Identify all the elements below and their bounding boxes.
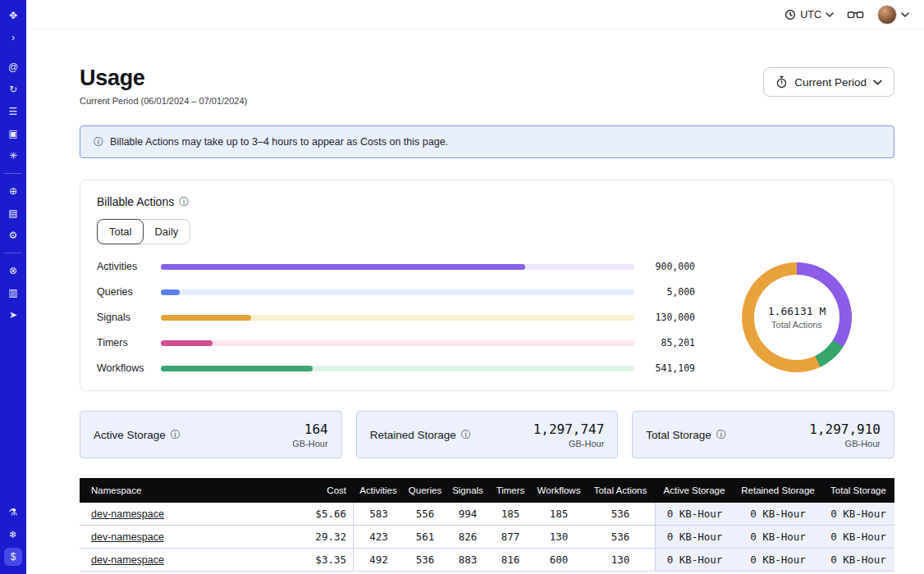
info-icon[interactable]: ⓘ [461, 430, 471, 440]
bar-track [161, 366, 634, 371]
table-cell: 185 [532, 503, 586, 525]
storage-card-number: 1,297,910 [809, 421, 881, 437]
chart-area: Activities900,000Queries5,000Signals130,… [97, 261, 877, 374]
namespace-link[interactable]: dev-namespace [91, 508, 164, 520]
info-icon[interactable]: ⓘ [179, 197, 189, 207]
bar-value: 541,109 [643, 362, 695, 374]
bar-row: Signals130,000 [97, 312, 695, 323]
storage-card-label: Retained Storageⓘ [370, 429, 471, 441]
storage-card-label-text: Active Storage [94, 429, 166, 441]
sidebar: ✥›@↻☰▣✳⊕▤⚙⊗▥➤ ⚗❄$ [0, 0, 26, 574]
user-menu[interactable] [877, 5, 909, 25]
table-header-cell: Cost [287, 478, 353, 503]
storage-card-value: 1,297,910GB-Hour [809, 421, 881, 449]
table-header-cell: Queries [404, 478, 446, 503]
donut-wrap: 1.66131 M Total Actions [716, 262, 877, 372]
table-row[interactable]: dev-namespace29.324235618268771305360 KB… [80, 526, 894, 549]
nav-logo-icon[interactable]: ✥ [4, 7, 22, 25]
table-header-cell: Retained Storage [734, 478, 822, 503]
bar-track [161, 315, 634, 321]
info-icon[interactable]: ⓘ [716, 430, 726, 440]
table-row[interactable]: dev-namespace$3.354925368838166001300 KB… [80, 549, 894, 572]
sidebar-section: ⊗▥➤ [4, 253, 22, 324]
page-header: Usage Current Period (06/01/2024 – 07/01… [80, 66, 894, 106]
storage-card-unit: GB-Hour [533, 439, 605, 449]
namespace-link[interactable]: dev-namespace [91, 531, 164, 543]
table-cell: 536 [586, 503, 655, 525]
card-title-text: Billable Actions [97, 195, 174, 208]
layers-icon[interactable]: ☰ [4, 102, 22, 121]
bar-fill [161, 340, 213, 346]
bar-row: Workflows541,109 [97, 362, 695, 374]
table-cell: 883 [446, 549, 489, 571]
total-daily-tabs: TotalDaily [97, 219, 190, 244]
table-header-cell: Total Actions [586, 478, 655, 503]
labs-flask-icon[interactable]: ⚗ [4, 503, 22, 522]
storage-card-label: Total Storageⓘ [646, 429, 726, 441]
bar-track [161, 264, 634, 270]
storage-card-number: 164 [292, 421, 327, 437]
info-banner-text: Billable Actions may take up to 3–4 hour… [110, 136, 448, 148]
namespaces-spiral-icon[interactable]: @ [4, 58, 22, 76]
stopwatch-icon [775, 75, 788, 89]
storage-card-value: 164GB-Hour [292, 421, 327, 449]
avatar [877, 5, 897, 25]
timezone-selector[interactable]: UTC [784, 9, 834, 20]
theme-snowflake-icon[interactable]: ❄ [4, 526, 22, 544]
period-button-label: Current Period [794, 76, 867, 89]
namespace-link[interactable]: dev-namespace [91, 554, 164, 566]
topbar: UTC [26, 0, 924, 30]
storage-card-label-text: Retained Storage [370, 429, 456, 441]
asterisk-icon[interactable]: ✳ [4, 147, 22, 165]
bar-label: Queries [97, 286, 153, 298]
billing-card-icon[interactable]: ▤ [4, 204, 22, 222]
info-icon: ⓘ [94, 137, 103, 147]
storage-card-label-text: Total Storage [646, 429, 711, 441]
sidebar-section: @↻☰▣✳ [0, 58, 26, 165]
circle-x-icon[interactable]: ⊗ [4, 262, 22, 280]
content: Usage Current Period (06/01/2024 – 07/01… [26, 30, 924, 574]
tab-total[interactable]: Total [97, 219, 144, 244]
dev-glasses-button[interactable] [847, 10, 864, 20]
table-cell: dev-namespace [80, 526, 287, 548]
table-cell: 492 [353, 549, 404, 571]
info-icon[interactable]: ⓘ [171, 430, 181, 440]
table-cell: 130 [586, 549, 655, 571]
history-clock-icon[interactable]: ↻ [4, 80, 22, 98]
sidebar-top-group: ✥›@↻☰▣✳⊕▤⚙⊗▥➤ [0, 5, 26, 324]
table-cell: 583 [353, 503, 404, 525]
billable-bar-chart: Activities900,000Queries5,000Signals130,… [97, 261, 695, 374]
table-cell: 877 [489, 526, 532, 548]
bar-row: Timers85,201 [97, 337, 695, 348]
table-cell: 536 [586, 526, 655, 548]
usage-dollar-icon[interactable]: $ [4, 548, 22, 566]
docs-icon[interactable]: ▥ [4, 284, 22, 302]
cube-icon[interactable]: ▣ [4, 125, 22, 143]
table-header-cell: Total Storage [822, 478, 894, 503]
table-cell: $3.35 [287, 549, 353, 571]
tab-daily[interactable]: Daily [143, 220, 190, 244]
settings-gear-icon[interactable]: ⚙ [4, 226, 22, 244]
bar-track [161, 340, 634, 346]
table-cell: 0 KB-Hour [822, 549, 894, 571]
bar-fill [161, 366, 313, 371]
table-row[interactable]: dev-namespace$5.665835569941851855360 KB… [80, 503, 894, 526]
table-cell: 29.32 [287, 526, 353, 548]
collapse-chevron-icon[interactable]: › [4, 29, 22, 47]
table-header-cell: Activities [353, 478, 404, 503]
globe-icon[interactable]: ⊕ [4, 182, 22, 200]
table-cell: 561 [404, 526, 446, 548]
period-subtitle: Current Period (06/01/2024 – 07/01/2024) [80, 96, 247, 106]
table-cell: 816 [489, 549, 532, 571]
table-cell: 536 [404, 549, 446, 571]
table-header-cell: Workflows [532, 478, 586, 503]
table-cell: 0 KB-Hour [734, 503, 822, 525]
rocket-icon[interactable]: ➤ [4, 306, 22, 324]
table-cell: 0 KB-Hour [655, 503, 734, 525]
total-actions-donut: 1.66131 M Total Actions [742, 262, 852, 372]
storage-card-value: 1,297,747GB-Hour [533, 421, 605, 449]
period-selector-button[interactable]: Current Period [763, 67, 894, 97]
table-cell: 0 KB-Hour [734, 526, 822, 548]
table-cell: 0 KB-Hour [655, 549, 734, 571]
storage-card: Retained Storageⓘ1,297,747GB-Hour [356, 411, 619, 458]
